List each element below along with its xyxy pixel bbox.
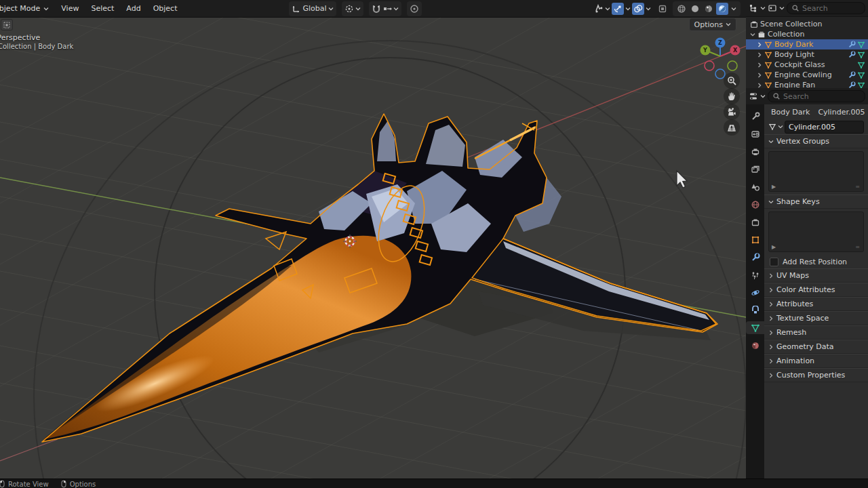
breadcrumb-data[interactable]: Cylinder.005 xyxy=(818,108,865,117)
panel-label: Remesh xyxy=(776,328,806,337)
outliner-row-collection[interactable]: Collection xyxy=(746,29,868,39)
add-rest-position-checkbox[interactable] xyxy=(770,258,778,266)
datablock-name-field[interactable]: Cylinder.005 xyxy=(785,121,864,134)
gizmo-dropdown[interactable] xyxy=(624,3,632,15)
shape-keys-list[interactable]: ▶ ≡ xyxy=(768,211,864,252)
tab-constraints[interactable] xyxy=(746,304,764,317)
outliner-search-input[interactable]: Search xyxy=(787,2,865,14)
menu-add[interactable]: Add xyxy=(120,1,146,17)
properties-editor: Search xyxy=(746,88,868,479)
panel-label: Custom Properties xyxy=(776,371,845,380)
tab-particles[interactable] xyxy=(746,268,764,281)
properties-editor-icon[interactable] xyxy=(749,92,758,101)
tab-view-layer[interactable] xyxy=(746,163,764,176)
panel-label: Shape Keys xyxy=(776,197,820,206)
breadcrumb-object[interactable]: Body Dark xyxy=(771,108,810,117)
show-gizmo-toggle[interactable] xyxy=(612,3,624,15)
zoom-button[interactable] xyxy=(724,73,740,89)
list-filter-expander[interactable]: ▶ xyxy=(772,244,776,250)
viewport-tool-icon[interactable] xyxy=(1,19,13,30)
mesh-data-icon[interactable] xyxy=(857,61,865,69)
outliner-row-body-light[interactable]: Body Light xyxy=(746,49,868,60)
properties-search-input[interactable]: Search xyxy=(768,90,865,102)
panel-uv-maps[interactable]: UV Maps xyxy=(764,268,868,283)
transform-orientation-dropdown[interactable]: Global xyxy=(289,1,336,16)
chevron-down-icon xyxy=(393,6,399,12)
menu-view[interactable]: View xyxy=(55,1,85,17)
outliner-display-mode-icon[interactable] xyxy=(768,3,777,13)
chevron-down-icon xyxy=(43,6,49,12)
shading-dropdown[interactable] xyxy=(730,3,738,15)
mesh-data-icon[interactable] xyxy=(768,123,776,131)
panel-texture-space[interactable]: Texture Space xyxy=(764,311,868,325)
tab-modifiers[interactable] xyxy=(746,251,764,264)
chevron-right-icon[interactable] xyxy=(757,73,762,78)
pivot-point-dropdown[interactable] xyxy=(342,1,363,16)
tab-scene[interactable] xyxy=(746,180,764,193)
gizmo-neg-x-axis[interactable] xyxy=(705,61,714,70)
panel-custom-properties[interactable]: Custom Properties xyxy=(764,368,868,382)
list-resize-grip[interactable]: ≡ xyxy=(855,184,861,190)
tab-collection[interactable] xyxy=(746,216,764,228)
proportional-editing-toggle[interactable] xyxy=(407,1,422,16)
pan-hand-button[interactable] xyxy=(724,88,740,104)
panel-animation[interactable]: Animation xyxy=(764,354,868,368)
toggle-perspective-button[interactable] xyxy=(724,119,740,136)
camera-view-button[interactable] xyxy=(724,104,740,120)
tab-output[interactable] xyxy=(746,145,764,158)
mode-selector[interactable]: Object Mode xyxy=(0,1,55,17)
modifier-wrench-icon[interactable] xyxy=(848,71,856,79)
vertex-groups-list[interactable]: ▶ ≡ xyxy=(768,151,864,192)
shading-rendered-button[interactable] xyxy=(716,3,728,15)
outliner-editor-icon[interactable] xyxy=(749,3,758,13)
mesh-data-icon[interactable] xyxy=(857,41,865,49)
list-resize-grip[interactable]: ≡ xyxy=(855,244,861,250)
shading-material-button[interactable] xyxy=(703,3,715,15)
mesh-data-icon[interactable] xyxy=(857,51,865,59)
outliner-row-engine-cowling[interactable]: Engine Cowling xyxy=(746,70,868,80)
tab-render[interactable] xyxy=(746,127,764,140)
chevron-down-icon[interactable] xyxy=(750,32,755,37)
tab-object-data[interactable] xyxy=(746,321,764,334)
chevron-down-icon[interactable] xyxy=(778,124,783,129)
snap-controls[interactable] xyxy=(369,1,401,16)
menu-object[interactable]: Object xyxy=(147,1,184,17)
tab-tool[interactable] xyxy=(746,110,764,123)
outliner-row-cockpit-glass[interactable]: Cockpit Glass xyxy=(746,60,868,70)
chevron-right-icon[interactable] xyxy=(757,52,762,58)
outliner-row-scene-collection[interactable]: Scene Collection xyxy=(746,19,868,29)
overlays-dropdown[interactable] xyxy=(644,3,652,15)
tab-world[interactable] xyxy=(746,198,764,211)
shading-wireframe-button[interactable] xyxy=(675,3,688,15)
outliner-row-body-dark[interactable]: Body Dark xyxy=(746,39,868,49)
tab-physics[interactable] xyxy=(746,286,764,299)
chevron-right-icon[interactable] xyxy=(757,62,762,68)
panel-color-attributes[interactable]: Color Attributes xyxy=(764,283,868,297)
object-type-visibility-dropdown[interactable] xyxy=(593,3,612,15)
panel-attributes[interactable]: Attributes xyxy=(764,297,868,311)
modifier-wrench-icon[interactable] xyxy=(848,51,856,59)
viewport-options-button[interactable]: Options xyxy=(689,18,736,31)
chevron-right-icon[interactable] xyxy=(757,83,762,88)
panel-geometry-data[interactable]: Geometry Data xyxy=(764,340,868,354)
chevron-down-icon[interactable] xyxy=(760,5,766,11)
panel-remesh[interactable]: Remesh xyxy=(764,325,868,340)
3d-viewport[interactable]: User Perspective Collection | Body Dark … xyxy=(0,17,746,479)
show-overlays-toggle[interactable] xyxy=(632,3,644,15)
chevron-down-icon[interactable] xyxy=(779,5,785,11)
chevron-down-icon[interactable] xyxy=(760,94,766,99)
tab-material[interactable] xyxy=(746,339,764,352)
panel-shape-keys[interactable]: Shape Keys xyxy=(764,195,868,209)
xray-toggle[interactable] xyxy=(656,3,669,15)
shading-solid-button[interactable] xyxy=(689,3,701,15)
gizmo-neg-y-axis[interactable] xyxy=(728,61,737,70)
tab-object[interactable] xyxy=(746,233,764,246)
list-filter-expander[interactable]: ▶ xyxy=(772,184,776,190)
chevron-right-icon[interactable] xyxy=(757,42,762,47)
properties-header: Search xyxy=(746,88,868,105)
pivot-icon xyxy=(344,4,354,14)
menu-select[interactable]: Select xyxy=(85,1,120,17)
modifier-wrench-icon[interactable] xyxy=(848,41,856,49)
panel-vertex-groups[interactable]: Vertex Groups xyxy=(764,134,868,148)
mesh-data-icon[interactable] xyxy=(857,71,865,79)
